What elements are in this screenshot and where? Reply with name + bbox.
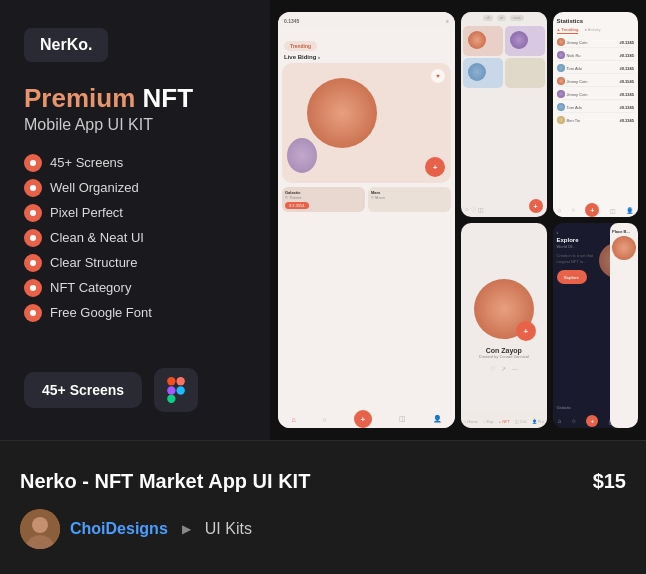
chevron-icon: ▶ — [182, 522, 191, 536]
phone-screen-2: nft art music — [461, 12, 547, 217]
feature-icon — [24, 254, 42, 272]
phone-screen-4: + Con Zayop Created by Conrad Zannical ♡… — [461, 223, 547, 428]
list-item: Pixel Perfect — [24, 204, 246, 222]
hero-subtitle: Mobile App UI KIT — [24, 116, 246, 134]
svg-rect-3 — [167, 395, 175, 403]
phone-screen-1: 0.1345 ≡ Trending Live Biding › + — [278, 12, 455, 428]
price-label: $15 — [593, 470, 626, 493]
svg-rect-2 — [167, 386, 175, 394]
category-label[interactable]: UI Kits — [205, 520, 252, 538]
feature-icon — [24, 279, 42, 297]
list-item: NFT Category — [24, 279, 246, 297]
logo-badge: NerKo. — [24, 28, 108, 62]
cta-row: 45+ Screens — [24, 368, 246, 412]
svg-point-6 — [32, 517, 48, 533]
phone-screen-3: Statistics ▲ Trending ● Activity — [553, 12, 639, 217]
features-list: 45+ Screens Well Organized Pixel Perfect… — [24, 154, 246, 322]
product-card: NerKo. Premium NFT Mobile App UI KIT 45+… — [0, 0, 646, 574]
left-panel: NerKo. Premium NFT Mobile App UI KIT 45+… — [0, 0, 270, 440]
info-bar: Nerko - NFT Market App UI KIT $15 ChoiDe… — [0, 440, 646, 574]
feature-icon — [24, 204, 42, 222]
phone-column-1: 0.1345 ≡ Trending Live Biding › + — [278, 12, 455, 428]
feature-icon — [24, 229, 42, 247]
feature-icon — [24, 304, 42, 322]
preview-area: NerKo. Premium NFT Mobile App UI KIT 45+… — [0, 0, 646, 440]
phone-column-2: nft art music — [461, 12, 638, 428]
feature-icon — [24, 154, 42, 172]
svg-point-4 — [177, 386, 185, 394]
svg-rect-1 — [177, 377, 185, 385]
svg-rect-0 — [167, 377, 175, 385]
figma-icon[interactable] — [154, 368, 198, 412]
list-item: Clear Structure — [24, 254, 246, 272]
screens-badge[interactable]: 45+ Screens — [24, 372, 142, 408]
list-item: Well Organized — [24, 179, 246, 197]
list-item: 45+ Screens — [24, 154, 246, 172]
author-row: ChoiDesigns ▶ UI Kits — [20, 509, 626, 549]
title-price-row: Nerko - NFT Market App UI KIT $15 — [20, 470, 626, 493]
list-item: Free Google Font — [24, 304, 246, 322]
avatar — [20, 509, 60, 549]
right-panel: 0.1345 ≡ Trending Live Biding › + — [270, 0, 646, 440]
list-item: Clean & Neat UI — [24, 229, 246, 247]
feature-icon — [24, 179, 42, 197]
hero-title: Premium NFT — [24, 84, 246, 114]
product-title: Nerko - NFT Market App UI KIT — [20, 470, 310, 493]
phone-screen-5: ‹ Explore World Of... Creation is a set … — [553, 223, 639, 428]
author-name[interactable]: ChoiDesigns — [70, 520, 168, 538]
